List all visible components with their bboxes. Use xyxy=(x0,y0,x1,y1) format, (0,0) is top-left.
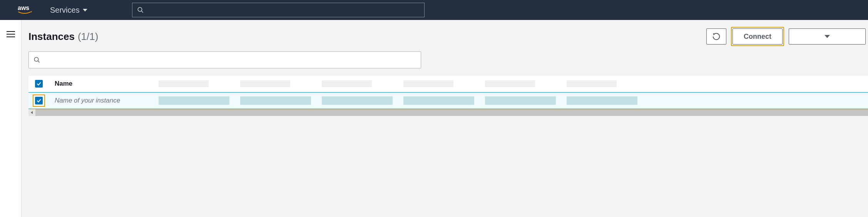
row-checkbox[interactable] xyxy=(35,97,43,104)
svg-point-6 xyxy=(34,57,38,61)
horizontal-scrollbar[interactable] xyxy=(28,109,868,116)
scroll-track[interactable] xyxy=(35,109,868,116)
page-title-count: (1/1) xyxy=(78,31,98,43)
row-placeholder-cell xyxy=(561,96,643,105)
row-checkbox-highlight xyxy=(33,94,45,107)
row-placeholder-cell xyxy=(316,96,398,105)
search-icon xyxy=(33,56,40,63)
svg-point-1 xyxy=(138,7,142,12)
caret-down-icon xyxy=(83,9,87,12)
connect-label: Connect xyxy=(744,33,771,41)
refresh-button[interactable] xyxy=(706,28,726,45)
column-header-placeholder xyxy=(235,80,316,87)
row-placeholder-cell xyxy=(480,96,561,105)
column-header-placeholder xyxy=(398,80,480,87)
table-row[interactable]: Name of your instance xyxy=(28,92,868,109)
aws-logo[interactable]: aws xyxy=(6,4,36,16)
main-content: Instances (1/1) Connect xyxy=(22,20,868,217)
services-label: Services xyxy=(50,6,80,15)
select-all-checkbox[interactable] xyxy=(35,80,43,88)
search-icon xyxy=(137,7,144,13)
row-checkbox-cell xyxy=(28,94,49,107)
filter-wrap xyxy=(28,51,421,68)
row-name-cell: Name of your instance xyxy=(49,97,153,104)
caret-down-icon xyxy=(825,35,830,38)
instances-table: Name Name xyxy=(28,75,868,116)
actions-dropdown-button[interactable] xyxy=(789,28,866,45)
column-header-placeholder xyxy=(316,80,398,87)
body: Instances (1/1) Connect xyxy=(0,20,868,217)
row-placeholder-cell xyxy=(235,96,316,105)
page-title: Instances (1/1) xyxy=(28,31,98,43)
column-header-placeholder xyxy=(480,80,561,87)
header-checkbox-cell xyxy=(28,80,49,88)
svg-line-2 xyxy=(141,11,143,13)
connect-highlight: Connect xyxy=(731,27,784,46)
side-rail xyxy=(0,20,22,217)
filter-input[interactable] xyxy=(28,51,421,68)
page-title-text: Instances xyxy=(28,31,75,43)
hamburger-menu-button[interactable] xyxy=(7,31,15,217)
svg-line-7 xyxy=(38,61,40,63)
global-search[interactable] xyxy=(132,3,425,17)
row-placeholder-cell xyxy=(153,96,235,105)
row-placeholder-cell xyxy=(398,96,480,105)
table-header-row: Name xyxy=(28,75,868,92)
connect-button[interactable]: Connect xyxy=(733,28,783,45)
header-row: Instances (1/1) Connect xyxy=(28,27,868,46)
refresh-icon xyxy=(712,32,721,41)
scroll-left-arrow[interactable] xyxy=(28,109,35,116)
svg-text:aws: aws xyxy=(18,5,29,11)
svg-marker-8 xyxy=(31,111,33,114)
column-header-name[interactable]: Name xyxy=(49,80,153,88)
column-header-placeholder xyxy=(153,80,235,87)
column-header-placeholder xyxy=(561,80,643,87)
services-menu-button[interactable]: Services xyxy=(45,3,92,18)
top-nav: aws Services xyxy=(0,0,868,20)
